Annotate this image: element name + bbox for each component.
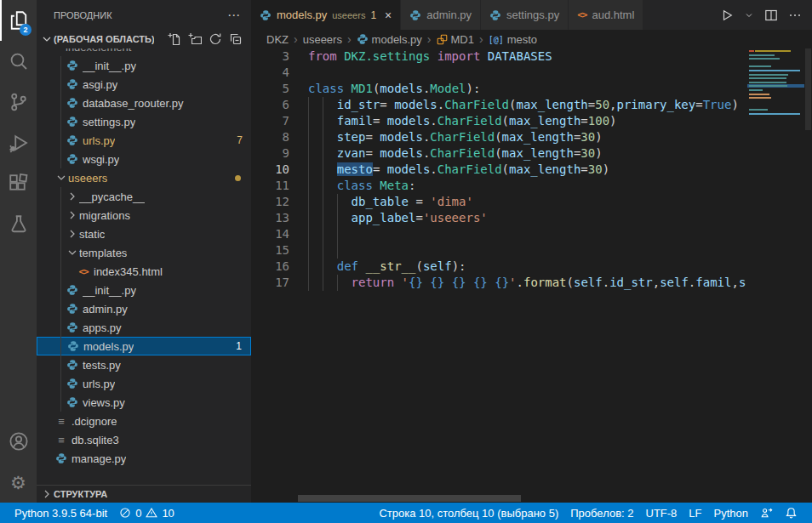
tree-item-label: apps.py <box>83 321 122 334</box>
activity-item-account[interactable] <box>0 421 37 462</box>
vertical-scrollbar[interactable] <box>804 48 812 503</box>
refresh-button[interactable] <box>209 32 222 46</box>
tree-item-db-sqlite3[interactable]: ≡db.sqlite3 <box>37 430 251 449</box>
breadcrumb-item-mesto[interactable]: [@]mesto <box>489 33 537 46</box>
split-editor-button[interactable] <box>764 9 778 22</box>
breadcrumb-item-dkz[interactable]: DKZ <box>266 33 289 46</box>
breadcrumb-item-models-py[interactable]: models.py <box>357 33 422 46</box>
error-count: 0 <box>135 507 141 520</box>
selected-word: mesto <box>337 162 373 176</box>
run-dropdown-button[interactable] <box>744 10 754 20</box>
tree-item-static[interactable]: static <box>37 225 251 243</box>
tree-item-tests-py[interactable]: tests.py <box>37 355 251 374</box>
status-feedback[interactable] <box>754 503 779 523</box>
line-number: 11 <box>251 178 289 194</box>
indent-guide <box>323 145 323 162</box>
line-number: 9 <box>251 145 289 162</box>
status-encoding[interactable]: UTF-8 <box>640 503 683 523</box>
tree-item-label: views.py <box>83 396 125 409</box>
account-icon <box>9 431 29 452</box>
run-debug-icon <box>9 133 29 153</box>
tree-item--init-py[interactable]: __init__.py <box>37 56 251 75</box>
new-file-button[interactable] <box>168 32 181 46</box>
status-cursor-position[interactable]: Строка 10, столбец 10 (выбрано 5) <box>373 503 564 523</box>
extensions-icon <box>9 173 29 194</box>
tree-item-admin-py[interactable]: admin.py <box>37 299 251 318</box>
tab-bar: models.pyuseeers1×admin.pysettings.py<>a… <box>251 0 812 30</box>
activity-item-extensions[interactable] <box>0 163 37 204</box>
tree-item-urls-py[interactable]: urls.py7 <box>37 131 251 150</box>
status-eol[interactable]: LF <box>683 503 707 523</box>
search-icon <box>9 51 29 71</box>
tree-item-manage-py[interactable]: manage.py <box>37 449 251 468</box>
activity-item-search[interactable] <box>0 41 37 82</box>
python-file-icon <box>66 60 79 71</box>
line-number: 3 <box>251 48 289 65</box>
indent-guide <box>308 113 309 129</box>
status-problems[interactable]: 010 <box>113 503 180 523</box>
tree-item-label: index345.html <box>94 265 163 278</box>
status-label: Строка 10, столбец 10 (выбрано 5) <box>379 507 558 520</box>
tree-item--pycache-[interactable]: __pycache__ <box>37 187 251 206</box>
new-folder-button[interactable] <box>188 32 202 46</box>
minimap[interactable] <box>747 48 804 202</box>
tree-item-views-py[interactable]: views.py <box>37 393 251 412</box>
activity-item-run-debug[interactable] <box>0 122 37 163</box>
activity-item-settings[interactable]: ⚙ <box>0 462 37 503</box>
breadcrumb-item-md1[interactable]: MD1 <box>437 33 474 46</box>
code-line: 8 step= models.CharField(max_length=30) <box>251 129 812 145</box>
more-button[interactable] <box>788 9 802 22</box>
tab-admin-py[interactable]: admin.py <box>401 0 481 30</box>
file-icon: ≡ <box>54 434 68 446</box>
tree-item-templates[interactable]: templates <box>37 243 251 262</box>
tree-item--init-py[interactable]: __init__.py <box>37 281 251 299</box>
tree-item-wsgi-py[interactable]: wsgi.py <box>37 150 251 168</box>
code-editor[interactable]: 3from DKZ.settings import DATABASES45cla… <box>251 48 812 503</box>
activity-item-explorer[interactable]: 2 <box>0 0 37 41</box>
breadcrumb-separator: › <box>479 32 483 46</box>
minimap-line <box>749 50 791 52</box>
views-and-more-actions-button[interactable]: ⋯ <box>227 8 241 23</box>
tab-aud-html[interactable]: <>aud.html <box>569 0 643 30</box>
activity-item-testing[interactable] <box>0 204 37 245</box>
python-file-icon <box>66 396 79 408</box>
line-content: from DKZ.settings import DATABASES <box>308 48 812 65</box>
activity-item-source-control[interactable] <box>0 82 37 122</box>
line-number: 13 <box>251 210 289 226</box>
tree-item-index345-html[interactable]: <>index345.html <box>37 262 251 281</box>
tree-item-apps-py[interactable]: apps.py <box>37 318 251 337</box>
minimap-line <box>749 65 771 67</box>
run-button[interactable] <box>720 9 734 22</box>
status-indentation[interactable]: Пробелов: 2 <box>564 503 639 523</box>
python-file-icon <box>66 340 80 352</box>
workspace-section-header[interactable]: (РАБОЧАЯ ОБЛАСТЬ) ... <box>37 30 251 48</box>
file-icon: ≡ <box>54 415 68 428</box>
tree-item-database-roouter-py[interactable]: database_roouter.py <box>37 94 251 112</box>
tree-item-models-py[interactable]: models.py1 <box>37 337 251 355</box>
outline-section-header[interactable]: СТРУКТУРА <box>37 485 251 503</box>
tab-models-py[interactable]: models.pyuseeers1× <box>251 0 401 30</box>
status-interpreter[interactable]: Python 3.9.5 64-bit <box>9 503 113 523</box>
status-notifications[interactable] <box>779 503 803 523</box>
tree-item-urls-py[interactable]: urls.py <box>37 374 251 393</box>
close-icon[interactable]: × <box>385 9 392 22</box>
field-symbol-icon: [@] <box>489 35 504 44</box>
tree-item-settings-py[interactable]: settings.py <box>37 112 251 131</box>
tree-item--dcignore[interactable]: ≡.dcignore <box>37 412 251 430</box>
indent-guide <box>308 242 309 259</box>
gear-icon: ⚙ <box>10 474 26 492</box>
indent-guide <box>323 97 323 113</box>
tab-label: admin.py <box>426 9 472 21</box>
tree-item-asgi-py[interactable]: asgi.py <box>37 75 251 94</box>
status-language[interactable]: Python <box>708 503 754 523</box>
python-file-icon <box>66 359 79 371</box>
python-file-icon <box>66 78 79 90</box>
tab-settings-py[interactable]: settings.py <box>481 0 569 30</box>
breadcrumb-item-useeers[interactable]: useeers <box>303 33 342 46</box>
tree-item-useeers[interactable]: useeers <box>37 168 251 187</box>
horizontal-scrollbar[interactable] <box>298 495 521 502</box>
tree-item-migrations[interactable]: migrations <box>37 206 251 225</box>
collapse-all-button[interactable] <box>229 32 243 46</box>
line-content: zvan= models.CharField(max_length=30) <box>308 145 812 162</box>
clipped-tree-item[interactable]: indexelement <box>37 48 251 56</box>
